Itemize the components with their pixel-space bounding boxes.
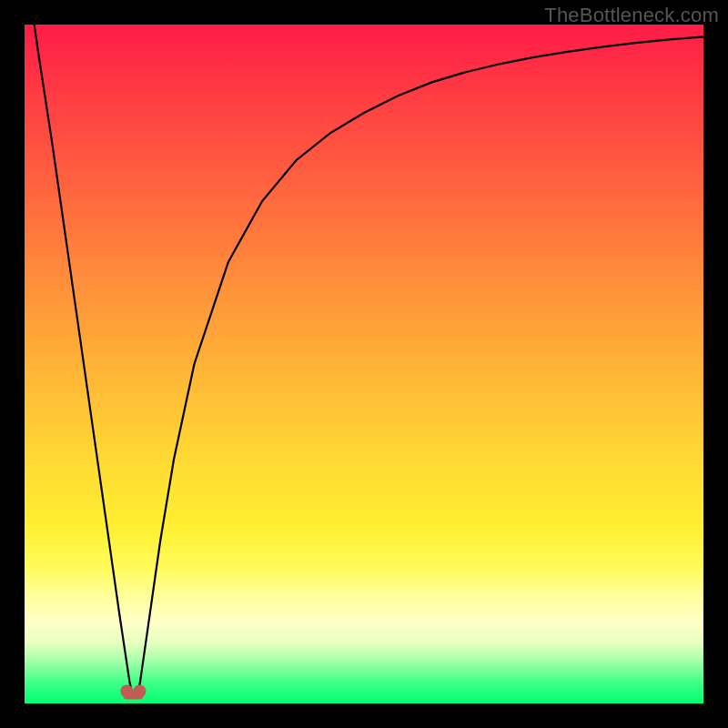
svg-point-2 (133, 685, 146, 698)
min-marker (120, 685, 146, 700)
curve-svg (25, 25, 703, 703)
plot-area (25, 25, 703, 703)
bottleneck-curve (25, 0, 703, 696)
chart-frame: TheBottleneck.com (0, 0, 728, 728)
svg-point-1 (120, 685, 133, 698)
